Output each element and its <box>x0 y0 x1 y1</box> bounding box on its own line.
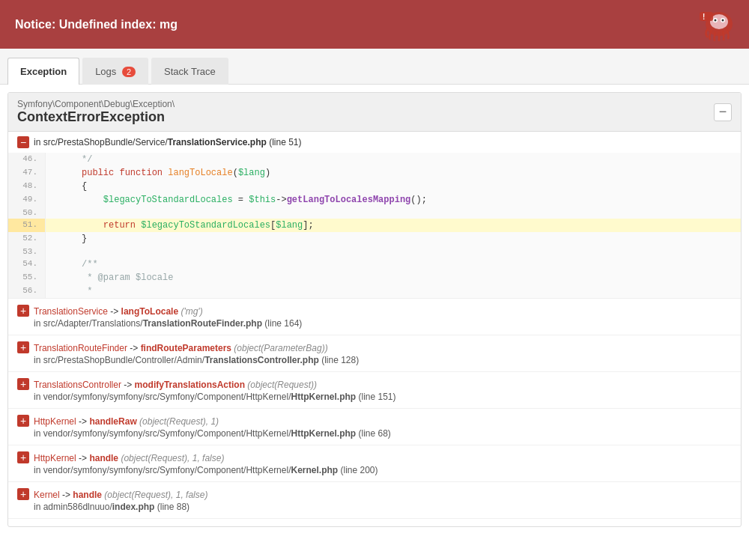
code-line-47: 47. public function langToLocale($lang) <box>8 166 741 180</box>
code-line-53: 53. <box>8 246 741 258</box>
main-expand-button[interactable]: − <box>17 136 29 148</box>
svg-point-5 <box>722 19 724 22</box>
stack-item-4: + HttpKernel -> handleRaw (object(Reques… <box>8 409 741 445</box>
error-header: Notice: Undefined index: mg ! ! <box>0 0 749 49</box>
stack-item-3-expand[interactable]: + <box>17 378 29 390</box>
stack-item-1: + TranslationService -> langToLocale ('m… <box>8 299 741 335</box>
code-line-48: 48. { <box>8 180 741 193</box>
code-line-52: 52. } <box>8 232 741 246</box>
stack-item-6-expand[interactable]: + <box>17 488 29 500</box>
stack-item-5: + HttpKernel -> handle (object(Request),… <box>8 445 741 482</box>
stack-item-2-expand[interactable]: + <box>17 341 29 353</box>
collapse-button[interactable]: − <box>714 103 732 121</box>
exception-header: Symfony\Component\Debug\Exception\ Conte… <box>8 93 741 132</box>
stack-item-5-expand[interactable]: + <box>17 451 29 463</box>
stack-item-2: + TranslationRouteFinder -> findRoutePar… <box>8 335 741 372</box>
logs-badge: 2 <box>122 67 136 77</box>
code-line-50: 50. <box>8 207 741 219</box>
stack-items: + TranslationService -> langToLocale ('m… <box>8 299 741 526</box>
stack-item-6: + Kernel -> handle (object(Request), 1, … <box>8 482 741 519</box>
main-stack-location: − in src/PrestaShopBundle/Service/Transl… <box>8 132 741 153</box>
exception-classname: ContextErrorException <box>17 109 175 125</box>
whoops-svg: ! ! <box>682 7 734 41</box>
whoops-logo: ! ! <box>682 7 734 41</box>
code-block: 46. */ 47. public function langToLocale(… <box>8 153 741 299</box>
exception-namespace: Symfony\Component\Debug\Exception\ <box>17 99 175 109</box>
exception-block: Symfony\Component\Debug\Exception\ Conte… <box>7 92 742 527</box>
code-line-54: 54. /** <box>8 258 741 271</box>
main-file-path: in src/PrestaShopBundle/Service/Translat… <box>34 137 302 147</box>
tab-stack-trace[interactable]: Stack Trace <box>151 58 228 85</box>
stack-item-4-expand[interactable]: + <box>17 415 29 427</box>
code-line-55: 55. * @param $locale <box>8 271 741 284</box>
stack-item-1-expand[interactable]: + <box>17 305 29 317</box>
code-line-49: 49. $legacyToStandardLocales = $this->ge… <box>8 193 741 207</box>
tab-exception[interactable]: Exception <box>7 58 79 85</box>
tabs-bar: Exception Logs 2 Stack Trace <box>0 49 749 85</box>
code-line-46: 46. */ <box>8 153 741 166</box>
tab-logs[interactable]: Logs 2 <box>82 58 148 85</box>
svg-point-4 <box>715 19 717 22</box>
error-title: Notice: Undefined index: mg <box>15 18 178 31</box>
stack-item-3: + TranslationsController -> modifyTransl… <box>8 372 741 409</box>
code-line-56: 56. * <box>8 284 741 298</box>
exception-info: Symfony\Component\Debug\Exception\ Conte… <box>17 99 175 125</box>
code-line-51: 51. return $legacyToStandardLocales[$lan… <box>8 219 741 232</box>
svg-text:!: ! <box>703 13 705 21</box>
svg-rect-7 <box>700 12 713 21</box>
